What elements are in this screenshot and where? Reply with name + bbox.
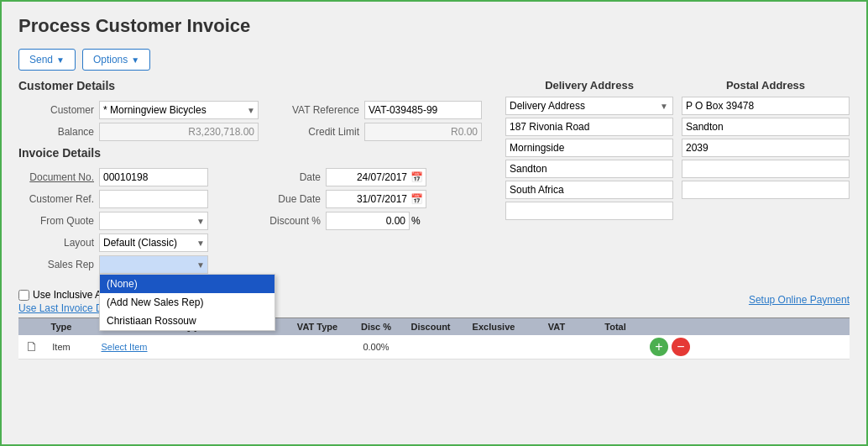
row-disc-pct: 0.00% (351, 342, 401, 352)
col-vattype-header: VAT Type (284, 322, 351, 332)
percent-sign: % (411, 215, 421, 227)
add-row-button[interactable]: + (650, 338, 668, 356)
options-arrow-icon: ▼ (131, 55, 139, 65)
delivery-address-dropdown[interactable]: Delivery Address (505, 97, 673, 115)
options-button[interactable]: Options ▼ (82, 49, 150, 71)
customer-label: Customer (18, 104, 94, 116)
invoice-details-title: Invoice Details (18, 146, 489, 163)
layout-label: Layout (18, 237, 94, 249)
delivery-line1-input[interactable] (505, 118, 673, 136)
vat-ref-input[interactable] (364, 101, 482, 119)
from-quote-label: From Quote (18, 215, 94, 227)
dropdown-item-none[interactable]: (None) (100, 275, 275, 293)
table-row: 🗋 Item Select Item 0.00% + − (18, 335, 850, 359)
postal-line2-input[interactable] (682, 118, 850, 136)
postal-line4-input[interactable] (682, 160, 850, 178)
col-type-header: Type (40, 322, 82, 332)
send-button[interactable]: Send ▼ (18, 49, 76, 71)
due-date-calendar-icon[interactable]: 📅 (410, 193, 423, 205)
discount-label: Discount % (262, 215, 321, 227)
doc-no-label: Document No. (18, 171, 94, 183)
postal-line3-input[interactable] (682, 139, 850, 157)
options-label: Options (93, 54, 128, 66)
sales-rep-label: Sales Rep (18, 259, 94, 270)
delivery-line2-input[interactable] (505, 139, 673, 157)
customer-ref-label: Customer Ref. (18, 193, 94, 205)
col-vat-header: VAT (527, 322, 586, 332)
delivery-line5-input[interactable] (505, 202, 673, 220)
vat-ref-label: VAT Reference (284, 104, 359, 116)
postal-line1-input[interactable] (682, 97, 850, 115)
balance-label: Balance (18, 126, 94, 138)
credit-limit-label: Credit Limit (284, 126, 359, 138)
row-selection[interactable]: Select Item (82, 342, 166, 352)
date-label: Date (262, 171, 321, 183)
doc-no-input[interactable] (99, 168, 208, 186)
col-exclusive-header: Exclusive (460, 322, 527, 332)
customer-details-title: Customer Details (18, 79, 489, 96)
discount-input[interactable] (326, 212, 410, 230)
col-total-header: Total (586, 322, 645, 332)
delivery-address-title: Delivery Address (505, 79, 673, 92)
postal-line5-input[interactable] (682, 181, 850, 199)
dropdown-item-christiaan[interactable]: Christiaan Rossouw (100, 312, 275, 330)
from-quote-select[interactable] (99, 212, 208, 230)
calendar-icon[interactable]: 📅 (410, 171, 423, 183)
customer-ref-input[interactable] (99, 190, 208, 208)
row-doc-icon: 🗋 (25, 339, 39, 354)
postal-address-title: Postal Address (682, 79, 850, 92)
sales-rep-dropdown: (None) (Add New Sales Rep) Christiaan Ro… (99, 274, 275, 331)
col-discount-header: Discount (401, 322, 460, 332)
balance-input (99, 123, 259, 141)
col-disc-header: Disc % (351, 322, 401, 332)
remove-row-button[interactable]: − (672, 338, 690, 356)
page-title: Process Customer Invoice (2, 2, 866, 45)
send-arrow-icon: ▼ (56, 55, 65, 65)
credit-limit-input (364, 123, 482, 141)
delivery-line3-input[interactable] (505, 160, 673, 178)
sales-rep-select[interactable] (99, 255, 208, 274)
row-type: Item (40, 342, 82, 352)
due-date-label: Due Date (262, 193, 321, 205)
dropdown-item-add-new[interactable]: (Add New Sales Rep) (100, 293, 275, 312)
customer-select[interactable]: * Morningview Bicycles (99, 101, 259, 119)
use-inclusive-checkbox[interactable] (18, 290, 29, 301)
setup-online-link[interactable]: Setup Online Payment (749, 294, 850, 306)
layout-select[interactable]: Default (Classic) (99, 233, 208, 252)
delivery-line4-input[interactable] (505, 181, 673, 199)
send-label: Send (29, 54, 53, 66)
